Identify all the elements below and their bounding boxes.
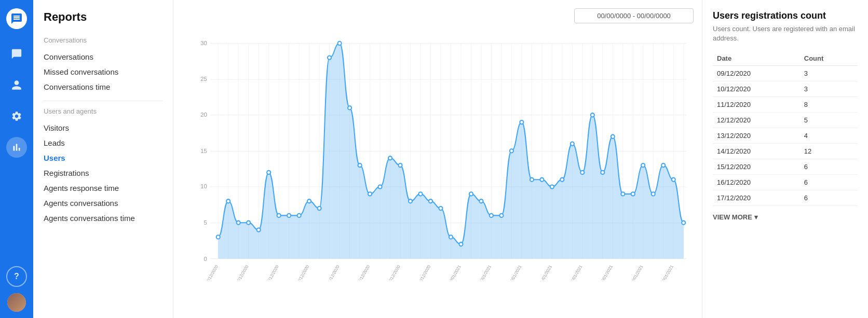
svg-text:30/12/2020: 30/12/2020 [417,264,431,280]
row-date: 17/12/2020 [713,190,783,206]
svg-text:20: 20 [200,112,207,118]
nav-conversations-time[interactable]: Conversations time [44,79,162,94]
svg-point-93 [378,185,382,188]
svg-text:5: 5 [204,219,207,226]
chart-area: 0 5 10 15 20 25 30 09/12/202012/12/20201… [173,0,702,318]
svg-point-103 [479,199,483,203]
row-count: 12 [783,144,858,159]
svg-point-119 [641,163,645,167]
row-date: 15/12/2020 [713,159,783,175]
nav-visitors[interactable]: Visitors [44,120,162,135]
svg-point-107 [520,120,523,124]
svg-text:21/12/2020: 21/12/2020 [326,264,341,280]
svg-point-78 [226,199,230,203]
nav-conversations[interactable]: Conversations [44,49,162,64]
row-count: 8 [783,97,858,113]
svg-text:20/01/2021: 20/01/2021 [629,264,644,280]
svg-point-117 [621,192,625,196]
svg-point-79 [237,221,240,225]
table-row: 14/12/202012 [713,144,858,159]
svg-point-122 [672,178,675,182]
svg-point-109 [540,178,544,182]
svg-text:10: 10 [200,183,207,189]
svg-point-88 [328,56,331,59]
nav-agents-conversations[interactable]: Agents conversations [44,196,162,211]
icon-bar: ? [0,0,33,318]
svg-text:25: 25 [200,76,207,82]
settings-nav-icon[interactable] [6,106,27,127]
row-count: 4 [783,128,858,144]
svg-point-82 [267,171,270,174]
row-date: 12/12/2020 [713,113,783,128]
svg-text:05/01/2021: 05/01/2021 [478,264,492,280]
svg-point-121 [661,163,665,167]
svg-text:17/01/2021: 17/01/2021 [599,264,614,280]
panel-title: Users registrations count [713,10,858,21]
svg-point-116 [611,135,615,139]
conversations-group-label: Conversations [44,36,162,44]
row-date: 10/12/2020 [713,81,783,97]
row-count: 3 [783,81,858,97]
svg-point-84 [287,214,291,217]
svg-point-91 [358,163,362,167]
view-more-button[interactable]: VIEW MORE ▾ [713,213,858,221]
app-logo[interactable] [6,8,27,29]
table-row: 09/12/20203 [713,66,858,81]
svg-point-95 [398,163,402,167]
contacts-nav-icon[interactable] [6,75,27,95]
svg-text:08/01/2021: 08/01/2021 [508,264,523,280]
svg-point-120 [652,192,655,196]
svg-text:30: 30 [200,39,207,46]
svg-point-102 [469,192,473,196]
col-count: Count [783,51,858,66]
svg-text:02/01/2021: 02/01/2021 [447,264,462,280]
svg-point-94 [388,156,392,160]
svg-point-110 [550,185,554,188]
chevron-down-icon: ▾ [754,213,758,221]
svg-point-104 [490,214,493,217]
sidebar: Reports Conversations Conversations Miss… [33,0,173,318]
svg-point-83 [277,214,281,217]
nav-missed-conversations[interactable]: Missed conversations [44,64,162,79]
table-row: 12/12/20205 [713,113,858,128]
date-range-input[interactable] [574,8,694,23]
users-agents-group-label: Users and agents [44,107,162,115]
nav-users[interactable]: Users [44,150,162,165]
svg-point-85 [297,214,301,217]
svg-point-106 [510,149,513,153]
svg-point-89 [338,42,342,45]
svg-point-123 [682,221,685,225]
svg-text:0: 0 [204,255,207,261]
nav-leads[interactable]: Leads [44,135,162,150]
table-row: 15/12/20206 [713,159,858,175]
row-date: 16/12/2020 [713,175,783,190]
row-count: 6 [783,190,858,206]
col-date: Date [713,51,783,66]
svg-point-87 [318,206,321,210]
reports-nav-icon[interactable] [6,137,27,158]
svg-point-100 [449,235,453,239]
svg-point-99 [439,206,442,210]
svg-point-98 [429,199,432,203]
svg-point-96 [409,199,412,203]
table-row: 13/12/20204 [713,128,858,144]
date-range-bar [574,8,694,23]
row-count: 3 [783,66,858,81]
table-row: 11/12/20208 [713,97,858,113]
svg-point-90 [348,106,351,109]
svg-point-113 [580,171,584,174]
page-title: Reports [44,8,162,24]
chart-svg: 0 5 10 15 20 25 30 09/12/202012/12/20201… [184,10,691,280]
svg-text:18/12/2020: 18/12/2020 [295,264,310,280]
svg-text:27/12/2020: 27/12/2020 [387,264,401,280]
chat-nav-icon[interactable] [6,44,27,64]
help-icon[interactable]: ? [6,266,27,287]
svg-point-111 [560,178,564,182]
nav-agents-response-time[interactable]: Agents response time [44,181,162,196]
nav-agents-conversations-time[interactable]: Agents conversations time [44,211,162,226]
user-avatar[interactable] [7,293,26,312]
nav-registrations[interactable]: Registrations [44,165,162,181]
svg-text:15/12/2020: 15/12/2020 [265,264,280,280]
row-date: 14/12/2020 [713,144,783,159]
svg-point-101 [459,242,463,246]
